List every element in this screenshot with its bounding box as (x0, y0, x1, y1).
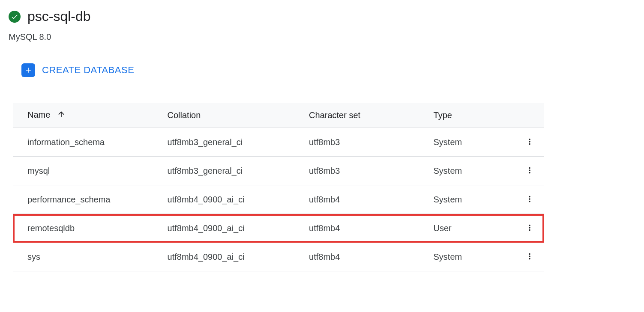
table-row: sysutf8mb4_0900_ai_ciutf8mb4System (13, 243, 544, 271)
cell-charset: utf8mb4 (300, 243, 425, 271)
instance-header: psc-sql-db (9, 9, 635, 24)
cell-collation: utf8mb3_general_ci (159, 128, 301, 157)
cell-charset: utf8mb4 (300, 185, 425, 214)
cell-type: System (425, 243, 515, 271)
cell-collation: utf8mb4_0900_ai_ci (159, 185, 301, 214)
column-header-charset[interactable]: Character set (300, 103, 425, 128)
cell-actions (515, 157, 544, 185)
cell-actions (515, 243, 544, 271)
cell-charset: utf8mb3 (300, 157, 425, 185)
more-vert-icon[interactable] (524, 222, 536, 234)
sort-arrow-up-icon (57, 110, 66, 121)
cell-type: User (425, 214, 515, 243)
cell-charset: utf8mb3 (300, 128, 425, 157)
cell-collation: utf8mb4_0900_ai_ci (159, 214, 301, 243)
column-header-name-label: Name (27, 110, 50, 119)
cell-type: System (425, 185, 515, 214)
cell-charset: utf8mb4 (300, 214, 425, 243)
engine-version: MySQL 8.0 (9, 32, 635, 42)
cell-collation: utf8mb3_general_ci (159, 157, 301, 185)
cell-name: sys (13, 243, 159, 271)
databases-table: Name Collation Character set Type inform… (13, 103, 544, 271)
more-vert-icon[interactable] (524, 136, 536, 148)
table-row: performance_schemautf8mb4_0900_ai_ciutf8… (13, 185, 544, 214)
table-header-row: Name Collation Character set Type (13, 103, 544, 128)
create-database-label: CREATE DATABASE (42, 65, 134, 76)
cell-name: mysql (13, 157, 159, 185)
column-header-name[interactable]: Name (13, 103, 159, 128)
cell-name: information_schema (13, 128, 159, 157)
cell-actions (515, 128, 544, 157)
table-row: information_schemautf8mb3_general_ciutf8… (13, 128, 544, 157)
column-header-actions (515, 103, 544, 128)
column-header-type[interactable]: Type (425, 103, 515, 128)
table-row: remotesqldbutf8mb4_0900_ai_ciutf8mb4User (13, 214, 544, 243)
instance-title: psc-sql-db (27, 9, 91, 24)
cell-type: System (425, 157, 515, 185)
more-vert-icon[interactable] (524, 250, 536, 262)
cell-name: remotesqldb (13, 214, 159, 243)
plus-icon (21, 63, 35, 77)
create-database-button[interactable]: CREATE DATABASE (21, 63, 635, 77)
cell-collation: utf8mb4_0900_ai_ci (159, 243, 301, 271)
cell-actions (515, 185, 544, 214)
cell-actions (515, 214, 544, 243)
cell-name: performance_schema (13, 185, 159, 214)
cell-type: System (425, 128, 515, 157)
more-vert-icon[interactable] (524, 164, 536, 176)
table-row: mysqlutf8mb3_general_ciutf8mb3System (13, 157, 544, 185)
column-header-collation[interactable]: Collation (159, 103, 301, 128)
more-vert-icon[interactable] (524, 193, 536, 205)
status-check-icon (9, 11, 21, 23)
